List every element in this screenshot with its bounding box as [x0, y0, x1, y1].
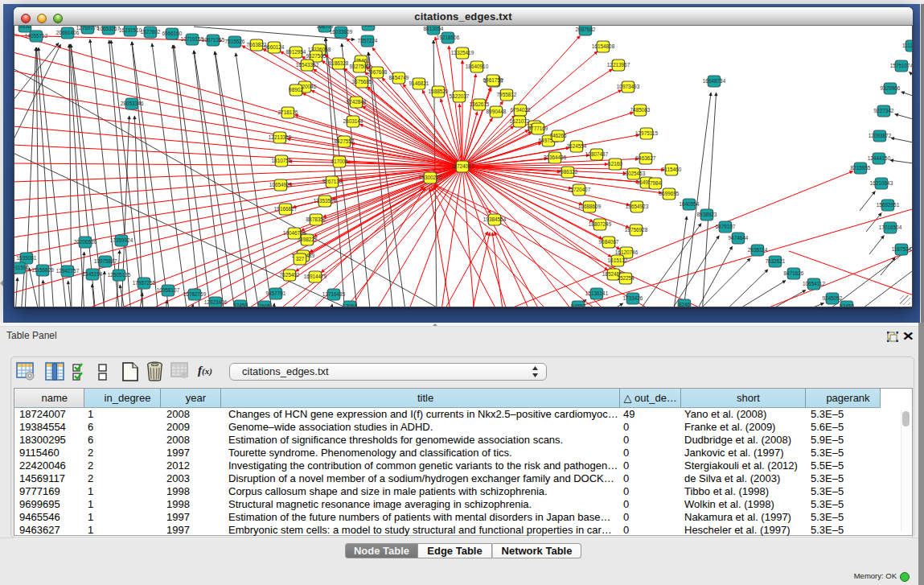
svg-text:19218506: 19218506 — [437, 35, 460, 40]
svg-text:16782759: 16782759 — [183, 291, 207, 297]
svg-text:1640954: 1640954 — [680, 201, 700, 207]
svg-text:16231510: 16231510 — [119, 27, 142, 33]
svg-text:92450: 92450 — [233, 303, 248, 307]
svg-text:10807487: 10807487 — [585, 151, 609, 157]
svg-text:9699695: 9699695 — [659, 191, 680, 196]
svg-text:3911590: 3911590 — [14, 265, 30, 270]
svg-text:13353594: 13353594 — [314, 198, 337, 204]
svg-text:9457791: 9457791 — [266, 290, 286, 296]
svg-text:10025453: 10025453 — [622, 171, 646, 176]
svg-text:9327508: 9327508 — [350, 64, 370, 69]
svg-text:12942757: 12942757 — [56, 268, 80, 274]
svg-text:9327505: 9327505 — [306, 53, 326, 59]
svg-text:13325419: 13325419 — [451, 50, 474, 56]
svg-text:1621072: 1621072 — [510, 118, 530, 124]
svg-text:10654925: 10654925 — [269, 182, 293, 187]
svg-text:10671355: 10671355 — [202, 37, 225, 43]
svg-text:2803144: 2803144 — [343, 118, 363, 124]
svg-text:15751074: 15751074 — [890, 63, 913, 68]
svg-text:1167534: 1167534 — [892, 246, 912, 252]
svg-text:7515526: 7515526 — [225, 39, 245, 44]
svg-text:16914479: 16914479 — [304, 274, 327, 279]
svg-text:13716485: 13716485 — [322, 291, 346, 297]
svg-text:1535061: 1535061 — [17, 255, 37, 261]
svg-text:10958107: 10958107 — [157, 287, 180, 293]
svg-text:5322037: 5322037 — [450, 93, 470, 99]
svg-text:25300215: 25300215 — [419, 175, 442, 180]
svg-text:8912954: 8912954 — [286, 49, 306, 55]
svg-text:15692951: 15692951 — [877, 202, 900, 208]
svg-text:12213369: 12213369 — [269, 134, 292, 140]
svg-text:92450: 92450 — [840, 303, 854, 307]
svg-text:2935114: 2935114 — [748, 247, 768, 253]
svg-text:16648784: 16648784 — [703, 78, 726, 84]
svg-text:12975115: 12975115 — [635, 130, 658, 136]
svg-text:327: 327 — [296, 256, 305, 262]
svg-text:12064: 12064 — [343, 303, 357, 307]
svg-text:9242848: 9242848 — [347, 99, 367, 105]
svg-text:7357224: 7357224 — [358, 38, 378, 43]
svg-text:14055712: 14055712 — [25, 33, 48, 39]
svg-text:1362615: 1362615 — [470, 101, 490, 107]
svg-text:8186328: 8186328 — [329, 60, 349, 66]
svg-text:2967608: 2967608 — [368, 69, 388, 75]
svg-text:16543362: 16543362 — [296, 62, 319, 68]
svg-text:3624554: 3624554 — [567, 143, 587, 149]
svg-text:17957255: 17957255 — [133, 280, 156, 286]
svg-text:8427552: 8427552 — [335, 138, 355, 144]
svg-text:6961758: 6961758 — [483, 77, 503, 83]
svg-text:1733426: 1733426 — [623, 295, 643, 301]
svg-text:1112544: 1112544 — [902, 43, 913, 48]
svg-text:10719155: 10719155 — [181, 36, 204, 42]
svg-text:9463627: 9463627 — [636, 155, 656, 161]
svg-text:28053346: 28053346 — [121, 101, 144, 106]
svg-text:19384554: 19384554 — [483, 216, 507, 222]
svg-text:7984: 7984 — [650, 180, 662, 186]
svg-text:9660124: 9660124 — [265, 44, 285, 50]
svg-text:17016504: 17016504 — [879, 225, 902, 230]
svg-text:48117: 48117 — [361, 26, 376, 27]
svg-text:1615132: 1615132 — [608, 257, 628, 263]
svg-text:15136141: 15136141 — [585, 290, 609, 296]
svg-text:10654112: 10654112 — [803, 281, 825, 286]
svg-text:8813054: 8813054 — [424, 26, 444, 31]
svg-text:417004: 417004 — [331, 159, 348, 164]
svg-text:1527602: 1527602 — [141, 29, 161, 35]
svg-text:94550: 94550 — [571, 303, 585, 307]
svg-text:6479197: 6479197 — [716, 224, 736, 229]
svg-text:11156829: 11156829 — [31, 267, 54, 273]
svg-text:12093872: 12093872 — [869, 133, 892, 138]
svg-text:20206536: 20206536 — [74, 239, 97, 245]
svg-text:9474644: 9474644 — [729, 235, 749, 241]
svg-text:1588520: 1588520 — [429, 89, 449, 94]
svg-text:18640910: 18640910 — [466, 64, 489, 69]
svg-text:9227342: 9227342 — [874, 108, 894, 113]
svg-text:7485063: 7485063 — [630, 107, 651, 113]
svg-text:8246: 8246 — [679, 302, 691, 307]
svg-text:98902: 98902 — [289, 87, 303, 93]
svg-text:9245052: 9245052 — [823, 295, 843, 301]
svg-text:20364436: 20364436 — [544, 154, 567, 160]
svg-text:9777169: 9777169 — [528, 126, 548, 131]
svg-text:62160: 62160 — [608, 161, 622, 167]
svg-text:6794028: 6794028 — [511, 107, 531, 113]
svg-text:3267130: 3267130 — [322, 179, 343, 184]
svg-text:7986322: 7986322 — [558, 169, 578, 175]
svg-text:3675685: 3675685 — [352, 79, 372, 84]
svg-text:7632621: 7632621 — [766, 258, 786, 264]
svg-text:7955812: 7955812 — [497, 92, 517, 97]
svg-text:9146821: 9146821 — [409, 80, 429, 86]
svg-text:12769779: 12769779 — [76, 26, 100, 31]
svg-text:20691406: 20691406 — [56, 30, 80, 35]
svg-text:8990448: 8990448 — [487, 109, 507, 114]
svg-text:746266: 746266 — [549, 133, 567, 138]
svg-text:10688609: 10688609 — [578, 204, 602, 209]
svg-text:16154808: 16154808 — [592, 43, 615, 49]
svg-text:2087682: 2087682 — [576, 27, 596, 32]
svg-text:9084067: 9084067 — [599, 239, 619, 245]
svg-text:12213967: 12213967 — [607, 62, 630, 68]
svg-text:16210643: 16210643 — [870, 180, 893, 186]
svg-text:19654923: 19654923 — [626, 204, 649, 209]
svg-text:9329966: 9329966 — [881, 85, 901, 91]
svg-text:19166827: 19166827 — [274, 206, 298, 212]
